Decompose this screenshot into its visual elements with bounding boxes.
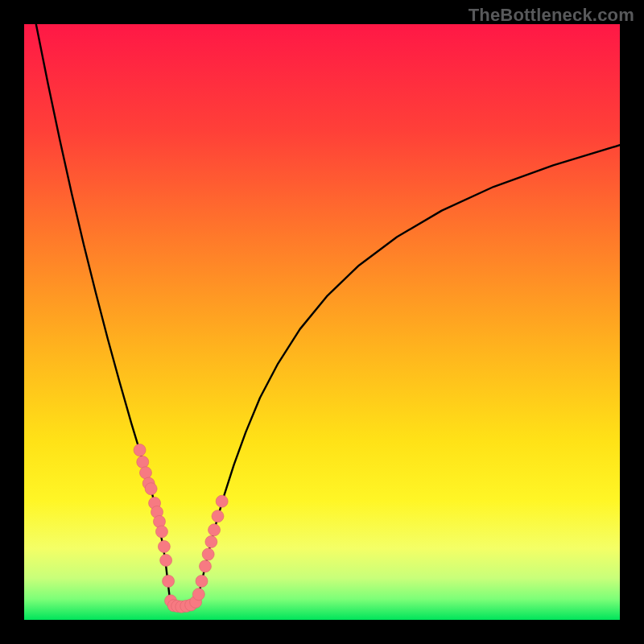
data-point [139,467,151,479]
data-point [202,548,214,560]
data-point [216,495,228,507]
chart-svg [24,24,620,620]
data-point [212,510,224,522]
data-point [192,588,204,601]
data-point [137,456,149,468]
data-point [199,560,211,572]
chart-stage: TheBottleneck.com [0,0,644,644]
plot-area [24,24,620,620]
data-point [196,575,208,587]
data-point [163,575,175,587]
watermark-text: TheBottleneck.com [469,5,634,26]
data-point [160,555,172,567]
data-point [205,536,217,548]
data-point [158,540,170,552]
data-point [134,444,146,456]
data-point [155,526,167,538]
gradient-background [24,24,620,620]
data-point [208,524,221,536]
data-point [145,483,157,495]
